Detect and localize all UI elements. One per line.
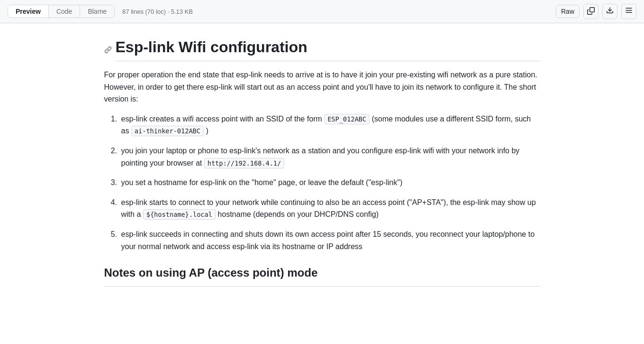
main-content: Esp-link Wifi configuration For proper o…	[85, 23, 559, 306]
download-button[interactable]	[602, 4, 617, 19]
toolbar: Preview Code Blame 87 lines (70 loc) · 5…	[0, 0, 644, 23]
step-1: esp-link creates a wifi access point wit…	[119, 113, 540, 137]
step-2-text-before: you join your laptop or phone to esp-lin…	[121, 147, 520, 167]
tab-group: Preview Code Blame	[8, 5, 115, 18]
tab-preview[interactable]: Preview	[8, 5, 49, 18]
intro-paragraph: For proper operation the end state that …	[104, 69, 540, 105]
raw-button[interactable]: Raw	[556, 5, 580, 18]
copy-button[interactable]	[583, 4, 599, 19]
menu-icon	[625, 7, 633, 16]
copy-icon	[587, 7, 595, 16]
steps-list: esp-link creates a wifi access point wit…	[104, 113, 540, 252]
section2-heading: Notes on using AP (access point) mode	[104, 264, 540, 286]
step-1-code2: ai-thinker-012ABC	[131, 126, 204, 136]
step-5-text: esp-link succeeds in connecting and shut…	[121, 230, 535, 251]
file-info: 87 lines (70 loc) · 5.13 KB	[122, 8, 556, 15]
tab-code[interactable]: Code	[49, 5, 80, 18]
step-1-code1: ESP_012ABC	[324, 114, 370, 124]
step-1-text-after: )	[204, 127, 209, 135]
page-heading-container: Esp-link Wifi configuration	[104, 38, 540, 61]
anchor-link[interactable]	[104, 43, 112, 56]
step-3: you set a hostname for esp-link on the "…	[119, 177, 540, 189]
prose-content: For proper operation the end state that …	[104, 69, 540, 287]
step-2-code1: http://192.168.4.1/	[204, 158, 285, 168]
step-5: esp-link succeeds in connecting and shut…	[119, 228, 540, 252]
step-4: esp-link starts to connect to your netwo…	[119, 196, 540, 221]
step-4-code1: ${hostname}.local	[143, 209, 216, 220]
tab-blame[interactable]: Blame	[80, 5, 114, 18]
download-icon	[606, 7, 614, 16]
toolbar-actions: Raw	[556, 4, 636, 19]
menu-button[interactable]	[621, 4, 636, 19]
step-4-text-after: hostname (depends on your DHCP/DNS confi…	[216, 210, 379, 218]
step-2: you join your laptop or phone to esp-lin…	[119, 145, 540, 169]
page-title: Esp-link Wifi configuration	[116, 38, 540, 61]
step-1-text-before: esp-link creates a wifi access point wit…	[121, 115, 325, 123]
step-3-text: you set a hostname for esp-link on the "…	[121, 178, 403, 186]
